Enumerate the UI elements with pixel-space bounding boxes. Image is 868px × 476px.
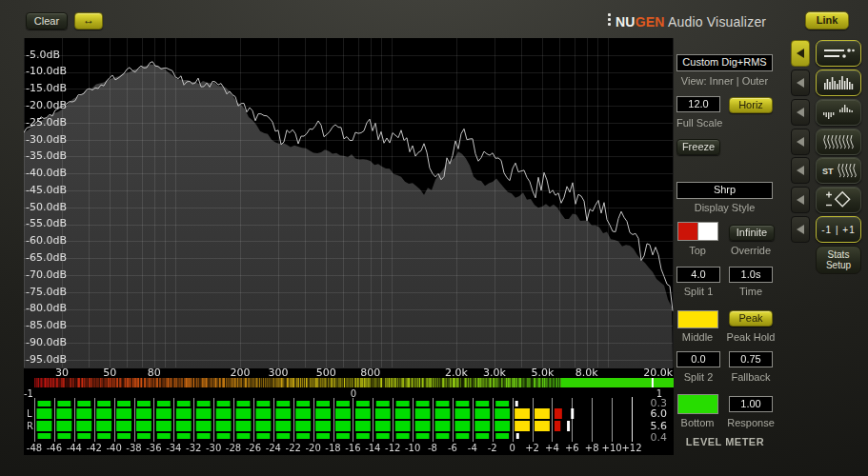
left-triangle-icon [797,78,804,88]
left-triangle-icon [797,225,804,234]
left-triangle-icon [797,166,804,175]
brand-prefix: NU [616,14,636,30]
full-scale-field[interactable]: 12.0 [676,96,720,112]
stats-setup-line1: Stats [828,249,850,260]
clear-button[interactable]: Clear [26,12,68,30]
top-color-left-swatch[interactable] [677,222,697,241]
split2-label: Split 2 [676,371,720,383]
brand-accent: GEN [636,14,665,30]
tool-arrow-waveform[interactable] [791,99,810,126]
tool-spectrogram-view-button[interactable] [816,129,861,155]
tool-stereo-spectrogram-button[interactable]: ST [816,157,861,184]
stats-setup-button[interactable]: Stats Setup [816,246,861,274]
left-triangle-icon [797,49,804,58]
horizontal-zoom-arrows-button[interactable]: ↔ [74,12,103,30]
tool-correlation-view-button[interactable]: -1 | +1 [816,216,861,243]
middle-label: Middle [677,331,717,343]
tool-waveform-view-button[interactable] [816,99,861,126]
full-scale-label: Full Scale [676,117,730,129]
waveform-bars-icon [818,102,858,123]
fallback-label: Fallback [727,371,775,383]
peak-hold-label: Peak Hold [724,331,777,343]
middle-color-swatch[interactable] [677,310,718,328]
tool-arrow-spectrogram[interactable] [791,129,810,155]
spectrum-bars-icon [818,72,858,93]
st-wavy-lines-icon: ST [818,160,858,181]
tool-arrow-display-options[interactable] [791,40,810,67]
tool-arrow-stereo[interactable] [791,157,810,184]
left-triangle-icon [797,137,804,147]
preset-combo[interactable]: Custom Dig+RMS [676,54,773,71]
spectrum-and-meter-display [24,38,674,455]
bottom-label: Bottom [676,417,719,428]
level-meter-section-title: LEVEL METER [673,436,777,447]
display-style-label: Display Style [676,202,773,213]
brand-logo: NUGEN Audio Visualizer [608,11,766,30]
display-style-combo[interactable]: Shrp [676,182,773,199]
left-triangle-icon [797,195,804,205]
fallback-field[interactable]: 0.75 [729,351,773,367]
left-triangle-icon [797,108,804,117]
slider-lines-icon [818,43,858,64]
override-button[interactable]: Infinite [729,225,775,241]
split1-label: Split 1 [676,286,720,297]
override-label: Override [729,245,773,256]
freeze-button[interactable]: Freeze [676,139,720,155]
diamond-plus-minus-icon [818,189,858,210]
response-field[interactable]: 1.00 [729,396,773,412]
split1-field[interactable]: 4.0 [676,267,720,283]
wavy-lines-icon [818,131,858,152]
horiz-button[interactable]: Horiz [729,97,773,113]
link-button[interactable]: Link [805,11,849,30]
brand-rest: Audio Visualizer [665,14,767,30]
audio-visualizer-window: Clear ↔ NUGEN Audio Visualizer Link Cust… [0,0,868,476]
minus-one-plus-one-icon: -1 | +1 [821,225,855,235]
tool-arrow-correlation[interactable] [791,216,810,243]
time-field[interactable]: 1.0s [729,267,773,283]
stats-setup-line2: Setup [826,260,851,270]
tool-arrow-spectrum[interactable] [791,69,810,96]
tool-vectorscope-button[interactable] [816,187,861,213]
st-text: ST [822,167,834,176]
tool-arrow-vectorscope[interactable] [791,187,810,213]
time-label: Time [729,286,773,297]
split2-field[interactable]: 0.0 [676,351,720,367]
tool-spectrum-view-button[interactable] [816,69,861,96]
bottom-color-swatch[interactable] [677,394,718,414]
response-label: Response [724,417,777,428]
peak-hold-button[interactable]: Peak [729,310,773,327]
top-color-right-swatch[interactable] [697,222,718,241]
view-mode-label: View: Inner | Outer [676,75,773,87]
top-color-swatches[interactable] [677,222,718,245]
top-label: Top [677,245,717,256]
tool-display-options-button[interactable] [816,40,861,67]
left-right-arrows-icon: ↔ [83,13,94,27]
nugen-dots-icon [608,11,611,28]
